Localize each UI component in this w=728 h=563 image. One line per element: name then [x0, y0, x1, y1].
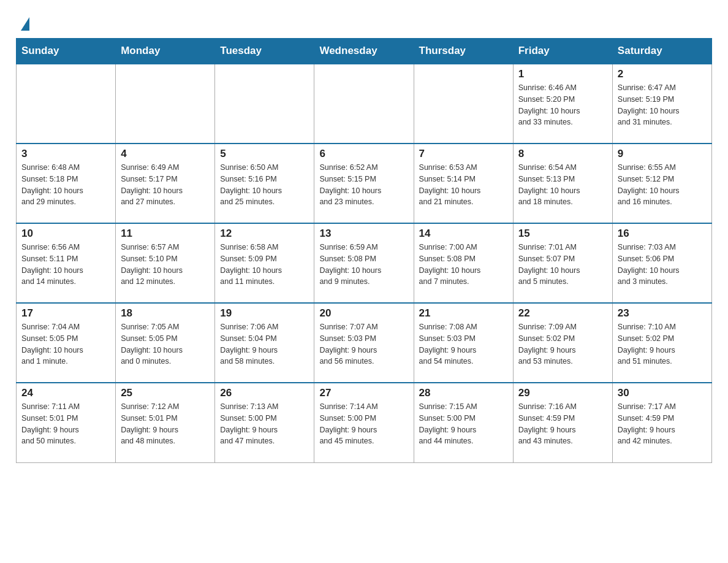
calendar-cell: 3Sunrise: 6:48 AM Sunset: 5:18 PM Daylig… — [17, 144, 116, 223]
day-number: 27 — [319, 387, 408, 399]
weekday-header-sunday: Sunday — [17, 39, 116, 64]
day-info: Sunrise: 7:13 AM Sunset: 5:00 PM Dayligh… — [220, 401, 309, 447]
day-number: 26 — [220, 387, 309, 399]
calendar-cell: 17Sunrise: 7:04 AM Sunset: 5:05 PM Dayli… — [17, 303, 116, 383]
day-info: Sunrise: 6:53 AM Sunset: 5:14 PM Dayligh… — [419, 162, 508, 208]
calendar-cell: 13Sunrise: 6:59 AM Sunset: 5:08 PM Dayli… — [314, 223, 414, 303]
day-number: 17 — [21, 307, 110, 320]
day-number: 2 — [618, 68, 707, 80]
day-info: Sunrise: 7:00 AM Sunset: 5:08 PM Dayligh… — [419, 242, 508, 288]
day-info: Sunrise: 6:47 AM Sunset: 5:19 PM Dayligh… — [618, 82, 707, 128]
day-number: 12 — [220, 228, 309, 240]
calendar-cell: 18Sunrise: 7:05 AM Sunset: 5:05 PM Dayli… — [116, 303, 215, 383]
day-info: Sunrise: 7:12 AM Sunset: 5:01 PM Dayligh… — [121, 401, 210, 447]
day-info: Sunrise: 6:55 AM Sunset: 5:12 PM Dayligh… — [618, 162, 707, 208]
calendar-cell: 29Sunrise: 7:16 AM Sunset: 4:59 PM Dayli… — [513, 383, 612, 462]
calendar-cell: 16Sunrise: 7:03 AM Sunset: 5:06 PM Dayli… — [612, 223, 711, 303]
day-info: Sunrise: 6:54 AM Sunset: 5:13 PM Dayligh… — [518, 162, 607, 208]
calendar-cell: 27Sunrise: 7:14 AM Sunset: 5:00 PM Dayli… — [314, 383, 414, 462]
day-info: Sunrise: 6:59 AM Sunset: 5:08 PM Dayligh… — [319, 242, 408, 288]
weekday-header-saturday: Saturday — [612, 39, 711, 64]
calendar-cell — [314, 64, 414, 144]
day-number: 14 — [419, 228, 508, 240]
day-info: Sunrise: 7:10 AM Sunset: 5:02 PM Dayligh… — [618, 321, 707, 367]
day-number: 25 — [121, 387, 210, 399]
calendar-cell: 11Sunrise: 6:57 AM Sunset: 5:10 PM Dayli… — [116, 223, 215, 303]
day-number: 19 — [220, 307, 309, 320]
day-info: Sunrise: 7:03 AM Sunset: 5:06 PM Dayligh… — [618, 242, 707, 288]
day-number: 5 — [220, 148, 309, 160]
calendar-cell: 7Sunrise: 6:53 AM Sunset: 5:14 PM Daylig… — [414, 144, 513, 223]
week-row-1: 1Sunrise: 6:46 AM Sunset: 5:20 PM Daylig… — [17, 64, 712, 144]
day-number: 15 — [518, 228, 607, 240]
day-number: 13 — [319, 228, 408, 240]
day-number: 6 — [319, 148, 408, 160]
day-number: 24 — [21, 387, 110, 399]
day-info: Sunrise: 6:58 AM Sunset: 5:09 PM Dayligh… — [220, 242, 309, 288]
weekday-header-monday: Monday — [116, 39, 215, 64]
day-info: Sunrise: 6:46 AM Sunset: 5:20 PM Dayligh… — [518, 82, 607, 128]
day-number: 8 — [518, 148, 607, 160]
calendar-wrapper: SundayMondayTuesdayWednesdayThursdayFrid… — [0, 38, 728, 472]
day-number: 28 — [419, 387, 508, 399]
day-info: Sunrise: 7:17 AM Sunset: 4:59 PM Dayligh… — [618, 401, 707, 447]
day-number: 29 — [518, 387, 607, 399]
calendar-cell: 14Sunrise: 7:00 AM Sunset: 5:08 PM Dayli… — [414, 223, 513, 303]
day-info: Sunrise: 6:57 AM Sunset: 5:10 PM Dayligh… — [121, 242, 210, 288]
calendar-table: SundayMondayTuesdayWednesdayThursdayFrid… — [16, 38, 712, 463]
calendar-cell: 4Sunrise: 6:49 AM Sunset: 5:17 PM Daylig… — [116, 144, 215, 223]
calendar-cell — [17, 64, 116, 144]
day-info: Sunrise: 6:56 AM Sunset: 5:11 PM Dayligh… — [21, 242, 110, 288]
page-header — [0, 0, 728, 38]
day-info: Sunrise: 7:15 AM Sunset: 5:00 PM Dayligh… — [419, 401, 508, 447]
day-info: Sunrise: 7:08 AM Sunset: 5:03 PM Dayligh… — [419, 321, 508, 367]
day-info: Sunrise: 7:06 AM Sunset: 5:04 PM Dayligh… — [220, 321, 309, 367]
calendar-cell: 10Sunrise: 6:56 AM Sunset: 5:11 PM Dayli… — [17, 223, 116, 303]
calendar-cell: 12Sunrise: 6:58 AM Sunset: 5:09 PM Dayli… — [215, 223, 314, 303]
day-number: 30 — [618, 387, 707, 399]
calendar-cell: 23Sunrise: 7:10 AM Sunset: 5:02 PM Dayli… — [612, 303, 711, 383]
day-info: Sunrise: 7:14 AM Sunset: 5:00 PM Dayligh… — [319, 401, 408, 447]
day-number: 7 — [419, 148, 508, 160]
calendar-cell — [414, 64, 513, 144]
calendar-cell: 20Sunrise: 7:07 AM Sunset: 5:03 PM Dayli… — [314, 303, 414, 383]
calendar-cell: 19Sunrise: 7:06 AM Sunset: 5:04 PM Dayli… — [215, 303, 314, 383]
day-number: 3 — [21, 148, 110, 160]
calendar-cell: 1Sunrise: 6:46 AM Sunset: 5:20 PM Daylig… — [513, 64, 612, 144]
day-info: Sunrise: 7:09 AM Sunset: 5:02 PM Dayligh… — [518, 321, 607, 367]
week-row-2: 3Sunrise: 6:48 AM Sunset: 5:18 PM Daylig… — [17, 144, 712, 223]
calendar-cell: 15Sunrise: 7:01 AM Sunset: 5:07 PM Dayli… — [513, 223, 612, 303]
day-number: 1 — [518, 68, 607, 80]
day-info: Sunrise: 7:01 AM Sunset: 5:07 PM Dayligh… — [518, 242, 607, 288]
day-info: Sunrise: 6:48 AM Sunset: 5:18 PM Dayligh… — [21, 162, 110, 208]
calendar-cell: 26Sunrise: 7:13 AM Sunset: 5:00 PM Dayli… — [215, 383, 314, 462]
calendar-cell — [116, 64, 215, 144]
day-info: Sunrise: 6:50 AM Sunset: 5:16 PM Dayligh… — [220, 162, 309, 208]
day-info: Sunrise: 7:07 AM Sunset: 5:03 PM Dayligh… — [319, 321, 408, 367]
weekday-header-tuesday: Tuesday — [215, 39, 314, 64]
day-info: Sunrise: 7:05 AM Sunset: 5:05 PM Dayligh… — [121, 321, 210, 367]
day-number: 18 — [121, 307, 210, 320]
logo — [20, 15, 29, 31]
weekday-header-row: SundayMondayTuesdayWednesdayThursdayFrid… — [17, 39, 712, 64]
day-info: Sunrise: 6:52 AM Sunset: 5:15 PM Dayligh… — [319, 162, 408, 208]
day-info: Sunrise: 6:49 AM Sunset: 5:17 PM Dayligh… — [121, 162, 210, 208]
day-number: 10 — [21, 228, 110, 240]
calendar-cell: 30Sunrise: 7:17 AM Sunset: 4:59 PM Dayli… — [612, 383, 711, 462]
week-row-5: 24Sunrise: 7:11 AM Sunset: 5:01 PM Dayli… — [17, 383, 712, 462]
calendar-cell: 24Sunrise: 7:11 AM Sunset: 5:01 PM Dayli… — [17, 383, 116, 462]
day-number: 23 — [618, 307, 707, 320]
week-row-4: 17Sunrise: 7:04 AM Sunset: 5:05 PM Dayli… — [17, 303, 712, 383]
calendar-cell: 9Sunrise: 6:55 AM Sunset: 5:12 PM Daylig… — [612, 144, 711, 223]
day-number: 9 — [618, 148, 707, 160]
logo-triangle-icon — [21, 17, 29, 31]
weekday-header-thursday: Thursday — [414, 39, 513, 64]
calendar-cell: 6Sunrise: 6:52 AM Sunset: 5:15 PM Daylig… — [314, 144, 414, 223]
day-info: Sunrise: 7:16 AM Sunset: 4:59 PM Dayligh… — [518, 401, 607, 447]
weekday-header-friday: Friday — [513, 39, 612, 64]
day-number: 22 — [518, 307, 607, 320]
day-number: 11 — [121, 228, 210, 240]
day-number: 21 — [419, 307, 508, 320]
calendar-cell — [215, 64, 314, 144]
day-number: 4 — [121, 148, 210, 160]
